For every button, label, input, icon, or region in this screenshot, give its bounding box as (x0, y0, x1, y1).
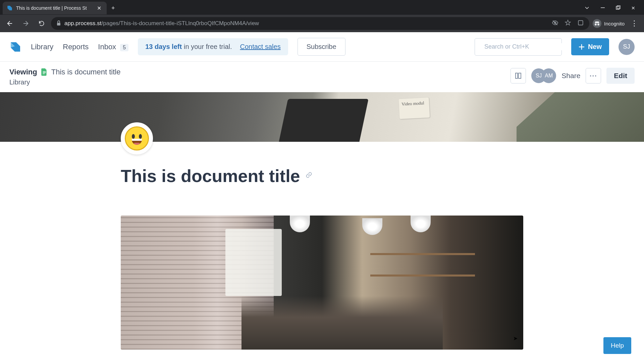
app-logo-icon[interactable] (9, 41, 21, 53)
share-button[interactable]: Share (561, 72, 580, 80)
back-icon[interactable] (3, 18, 16, 29)
incognito-label: Incognito (604, 21, 625, 26)
user-avatar[interactable]: SJ (619, 39, 635, 55)
more-icon: ··· (590, 72, 597, 80)
search-box[interactable] (475, 38, 562, 56)
nav-inbox-label: Inbox (98, 43, 116, 51)
grinning-face-icon (125, 126, 149, 150)
svg-point-7 (597, 23, 599, 25)
inbox-count-badge: 5 (120, 44, 128, 51)
svg-rect-5 (578, 20, 583, 25)
lock-icon (56, 20, 61, 27)
document-emoji[interactable] (121, 122, 153, 155)
kebab-menu-icon[interactable]: ⋮ (628, 17, 641, 30)
favicon-icon (7, 5, 13, 11)
new-button-label: New (588, 43, 602, 51)
cover-image (0, 92, 644, 142)
svg-rect-10 (516, 73, 518, 78)
app-header: Library Reports Inbox 5 13 days left in … (0, 32, 644, 62)
document-image (121, 216, 523, 350)
document-bar: Viewing This is document title Library S… (0, 62, 644, 92)
svg-point-6 (595, 23, 597, 25)
edit-button[interactable]: Edit (606, 68, 635, 84)
copy-link-icon[interactable] (306, 172, 312, 180)
help-button[interactable]: Help (603, 337, 631, 354)
tab-title: This is document title | Process St (16, 5, 92, 11)
more-menu-button[interactable]: ··· (586, 68, 601, 83)
trial-text: in your free trial. (184, 43, 232, 51)
incognito-badge[interactable]: Incognito (593, 19, 625, 28)
url-text: app.process.st/pages/This-is-document-ti… (64, 20, 259, 27)
reload-icon[interactable] (36, 18, 48, 29)
minimize-icon[interactable] (599, 4, 606, 12)
trial-days: 13 days left (145, 43, 182, 51)
nav-library[interactable]: Library (31, 43, 53, 51)
address-bar[interactable]: app.process.st/pages/This-is-document-ti… (51, 17, 589, 30)
new-tab-button[interactable]: + (107, 5, 120, 12)
nav-reports[interactable]: Reports (63, 43, 89, 51)
nav-inbox[interactable]: Inbox 5 (98, 43, 128, 51)
breadcrumb-library[interactable]: Library (9, 78, 120, 86)
document-icon (41, 68, 47, 76)
plus-icon (579, 44, 585, 50)
bookmark-icon[interactable] (565, 19, 571, 28)
layout-icon (515, 72, 522, 79)
avatar-stack[interactable]: SJ AM (531, 68, 556, 83)
subscribe-button[interactable]: Subscribe (298, 38, 345, 56)
close-tab-icon[interactable]: ✕ (96, 5, 103, 11)
search-input[interactable] (484, 43, 562, 50)
document-title: This is document title (121, 166, 300, 186)
tab-bar: This is document title | Process St ✕ + … (0, 0, 644, 15)
tabs-dropdown-icon[interactable] (583, 4, 591, 13)
collaborator-avatar[interactable]: AM (541, 68, 556, 83)
url-bar: app.process.st/pages/This-is-document-ti… (0, 15, 644, 32)
close-window-icon[interactable]: ✕ (630, 4, 637, 12)
tracking-icon[interactable] (552, 19, 558, 28)
maximize-icon[interactable] (614, 4, 622, 12)
browser-tab[interactable]: This is document title | Process St ✕ (3, 2, 107, 14)
new-button[interactable]: New (571, 38, 609, 55)
document-name: This is document title (51, 68, 121, 76)
trial-banner: 13 days left in your free trial. Contact… (138, 38, 288, 55)
incognito-icon (593, 19, 601, 28)
extensions-icon[interactable] (577, 19, 584, 28)
viewing-label: Viewing (9, 68, 37, 76)
contact-sales-link[interactable]: Contact sales (240, 43, 281, 51)
forward-icon[interactable] (19, 18, 32, 29)
svg-rect-3 (57, 23, 60, 25)
svg-rect-11 (519, 73, 521, 78)
layout-toggle-button[interactable] (511, 68, 526, 83)
